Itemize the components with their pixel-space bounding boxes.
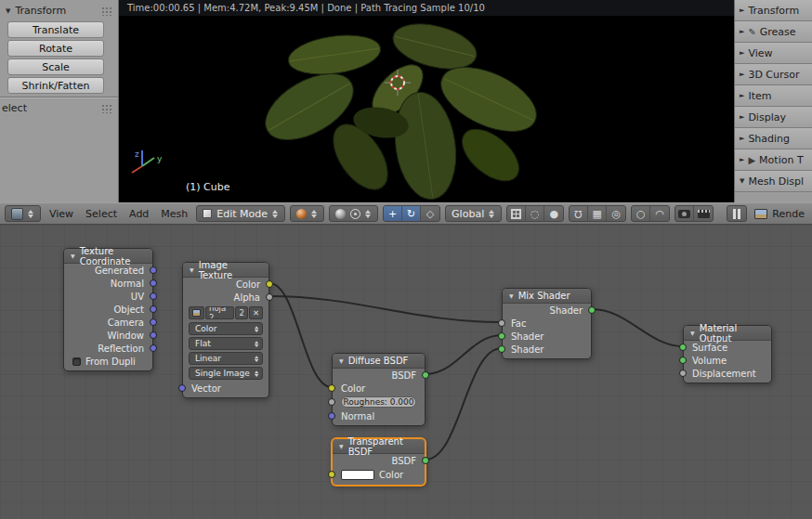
socket-bsdf-out[interactable]: [422, 371, 429, 379]
snap-element-icon[interactable]: ▦: [588, 205, 607, 222]
editor-type-button[interactable]: [5, 205, 41, 222]
proportional-edit-icon[interactable]: ○: [632, 205, 650, 222]
socket-shader-out[interactable]: [588, 306, 596, 314]
color-space-select[interactable]: Color: [189, 322, 263, 335]
dropdown-arrows-icon: [365, 209, 372, 219]
render-menu[interactable]: Rende: [752, 208, 807, 220]
node-editor[interactable]: ▼Texture Coordinate Generated Normal UV …: [0, 225, 812, 519]
pause-button[interactable]: [727, 205, 746, 222]
manipulator-scale-icon[interactable]: ◇: [421, 205, 439, 222]
translate-button[interactable]: Translate: [7, 21, 104, 38]
socket-displacement-in[interactable]: [679, 370, 687, 377]
socket-generated-out[interactable]: [150, 266, 157, 274]
socket-color-out[interactable]: [266, 280, 273, 288]
color-swatch[interactable]: [341, 470, 374, 480]
interpolation-select[interactable]: Linear: [189, 352, 263, 365]
node-header[interactable]: ▼Diffuse BSDF: [333, 354, 425, 369]
select-panel-header[interactable]: elect: [0, 97, 118, 117]
section-display[interactable]: ►Display: [735, 107, 812, 128]
rendered-shading-icon: [296, 209, 307, 219]
orientation-dropdown[interactable]: Global: [445, 205, 502, 222]
socket-fac-in[interactable]: [498, 319, 505, 327]
node-mix-shader[interactable]: ▼Mix Shader Shader Fac Shader Shader: [502, 288, 592, 359]
viewport-shading-dropdown[interactable]: [290, 205, 324, 222]
dropdown-arrows-icon: [489, 209, 495, 219]
motion-tracking-icon: ▶: [748, 155, 755, 165]
panel-grip-icon[interactable]: [101, 6, 112, 16]
menu-mesh[interactable]: Mesh: [157, 208, 191, 220]
scale-button[interactable]: Scale: [7, 58, 104, 75]
socket-shader2-in[interactable]: [498, 345, 505, 353]
socket-alpha-out[interactable]: [266, 293, 273, 301]
active-object-label: (1) Cube: [186, 181, 229, 193]
socket-vector-in[interactable]: [178, 384, 186, 392]
lock-camera-icon[interactable]: ◌: [526, 205, 544, 222]
section-item[interactable]: ►Item: [735, 85, 812, 107]
socket-uv-out[interactable]: [150, 292, 157, 300]
node-header[interactable]: ▼Transparent BSDF: [333, 439, 425, 454]
socket-window-out[interactable]: [150, 331, 157, 339]
socket-bsdf-out[interactable]: [422, 457, 429, 464]
section-mesh-display[interactable]: ▼Mesh Displ: [735, 171, 812, 192]
panel-grip-icon[interactable]: [101, 104, 112, 113]
from-dupli-checkbox[interactable]: [72, 357, 81, 366]
node-transparent-bsdf[interactable]: ▼Transparent BSDF BSDF Color: [332, 438, 426, 486]
collapse-right-icon: ►: [740, 135, 744, 142]
transform-panel-header[interactable]: ▼ Transform: [0, 0, 118, 19]
projection-select[interactable]: Flat: [189, 337, 263, 350]
source-select[interactable]: Single Image: [189, 367, 263, 380]
link-diffuse-to-mix: [426, 335, 502, 374]
node-header[interactable]: ▼Mix Shader: [503, 289, 591, 304]
collapse-down-icon: ▼: [509, 292, 514, 299]
image-name-field[interactable]: hoja 2: [205, 306, 234, 319]
menu-add[interactable]: Add: [125, 208, 152, 220]
node-image-texture[interactable]: ▼Image Texture Color Alpha hoja 2 2 ✕ Co…: [182, 262, 269, 398]
node-texture-coordinate[interactable]: ▼Texture Coordinate Generated Normal UV …: [63, 248, 153, 371]
socket-object-out[interactable]: [150, 305, 157, 313]
proportional-falloff-icon[interactable]: ◠: [650, 205, 669, 222]
socket-color-in[interactable]: [328, 384, 335, 392]
socket-camera-out[interactable]: [150, 318, 157, 326]
roughness-slider[interactable]: Roughnes: 0.000: [341, 396, 416, 408]
node-header[interactable]: ▼Image Texture: [183, 263, 268, 278]
snap-magnet-icon[interactable]: Ω: [570, 205, 588, 222]
socket-normal-out[interactable]: [150, 279, 157, 287]
manipulator-rotate-icon[interactable]: ↻: [402, 205, 421, 222]
viewport-3d[interactable]: Time:00:00.65 | Mem:4.72M, Peak:9.45M | …: [119, 0, 734, 202]
node-material-output[interactable]: ▼Material Output Surface Volume Displace…: [683, 325, 772, 383]
socket-reflection-out[interactable]: [150, 344, 157, 352]
menu-view[interactable]: View: [46, 208, 77, 220]
section-3d-cursor[interactable]: ►3D Cursor: [735, 64, 812, 85]
mode-dropdown[interactable]: Edit Mode: [196, 205, 285, 222]
occlude-geometry-icon[interactable]: ●: [544, 205, 563, 222]
pivot-point-dropdown[interactable]: [329, 205, 378, 222]
socket-normal-in[interactable]: [328, 412, 335, 420]
rotate-button[interactable]: Rotate: [7, 40, 104, 57]
section-grease-pencil[interactable]: ►✎Grease: [735, 21, 812, 43]
socket-shader1-in[interactable]: [498, 332, 505, 340]
manipulator-translate-icon[interactable]: +: [384, 205, 402, 222]
section-motion-tracking[interactable]: ►▶Motion T: [735, 149, 812, 171]
section-shading[interactable]: ►Shading: [735, 128, 812, 149]
image-users-button[interactable]: 2: [235, 306, 247, 319]
link-mix-to-output: [592, 309, 683, 346]
snap-target-icon[interactable]: ◎: [607, 205, 625, 222]
socket-color-in[interactable]: [328, 471, 335, 478]
layers-icon[interactable]: [507, 205, 526, 222]
socket-surface-in[interactable]: [679, 344, 687, 351]
shrink-fatten-button[interactable]: Shrink/Fatten: [7, 77, 104, 94]
menu-select[interactable]: Select: [82, 208, 121, 220]
node-header[interactable]: ▼Material Output: [684, 326, 771, 341]
image-browse-button[interactable]: [189, 306, 204, 319]
dropdown-arrows-icon: [28, 209, 34, 219]
socket-roughness-in[interactable]: [328, 398, 335, 406]
section-transform[interactable]: ►Transform: [735, 0, 812, 21]
socket-volume-in[interactable]: [679, 357, 687, 364]
section-view[interactable]: ►View: [735, 43, 812, 64]
node-diffuse-bsdf[interactable]: ▼Diffuse BSDF BSDF Color Roughnes: 0.000…: [332, 353, 426, 426]
collapse-down-icon: ▼: [740, 177, 744, 185]
node-header[interactable]: ▼Texture Coordinate: [64, 249, 152, 264]
image-unlink-button[interactable]: ✕: [249, 306, 263, 319]
opengl-render-still-icon[interactable]: [675, 205, 694, 222]
opengl-render-anim-icon[interactable]: [694, 205, 713, 222]
